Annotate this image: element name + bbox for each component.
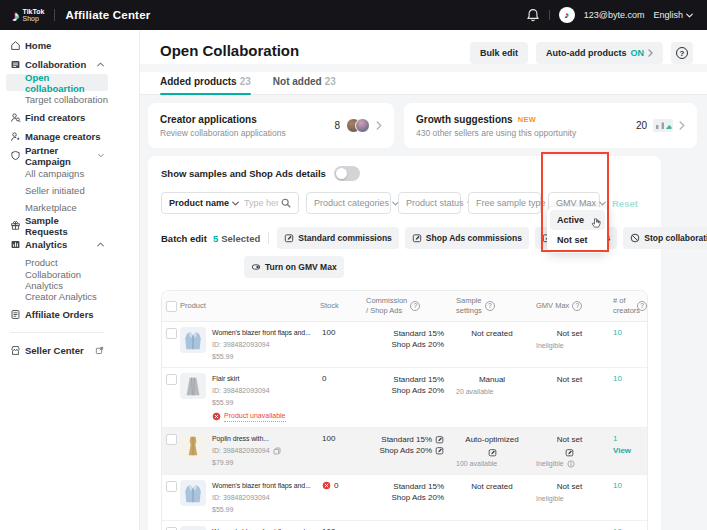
- product-name-input[interactable]: [244, 198, 278, 208]
- creator-applications-card[interactable]: Creator applications Review collaboratio…: [148, 103, 394, 148]
- tab-added-products[interactable]: Added products23: [160, 72, 251, 94]
- table-row-highlighted: Poplin dress with... ID: 398482093094 $7…: [162, 428, 647, 475]
- account-email[interactable]: 123@byte.com: [584, 10, 645, 20]
- creators-count-link[interactable]: 10: [613, 481, 622, 490]
- view-creators-link[interactable]: View: [613, 446, 637, 455]
- sidebar-item-manage-creators[interactable]: Manage creators: [6, 127, 108, 146]
- sidebar-item-marketplace[interactable]: Marketplace: [6, 199, 108, 216]
- sidebar-item-target-collaboration[interactable]: Target collaboration: [6, 91, 108, 108]
- home-icon: [10, 40, 21, 51]
- table-header: Product Stock Commission/ Shop Ads ? Sam…: [162, 291, 647, 322]
- sidebar-item-sample-requests[interactable]: Sample Requests: [6, 216, 108, 235]
- standard-commissions-button[interactable]: Standard commissions: [277, 227, 399, 249]
- logo-text-tiktok: TikTok: [23, 8, 45, 15]
- sidebar-item-collaboration-analytics[interactable]: Collaboration Analytics: [6, 271, 108, 288]
- sidebar-item-analytics[interactable]: Analytics: [6, 235, 108, 254]
- turn-on-gmv-max-button[interactable]: Turn on GMV Max: [244, 256, 344, 278]
- bulk-edit-button[interactable]: Bulk edit: [470, 42, 528, 64]
- growth-chart-icon: [653, 119, 673, 132]
- sidebar-item-label: Seller Center: [25, 345, 84, 356]
- edit-icon[interactable]: [488, 448, 497, 457]
- free-sample-type-select[interactable]: Free sample type: [468, 192, 541, 214]
- shield-icon: [10, 150, 21, 161]
- edit-icon[interactable]: [565, 448, 574, 457]
- card-title: Creator applications: [160, 114, 257, 125]
- header-gmv-max: GMV Max ?: [528, 301, 603, 311]
- topbar-divider: [549, 10, 550, 20]
- info-icon[interactable]: [567, 460, 575, 468]
- edit-icon[interactable]: [435, 446, 444, 455]
- sidebar-item-affiliate-orders[interactable]: Affiliate Orders: [6, 305, 108, 324]
- row-checkbox[interactable]: [166, 434, 177, 445]
- column-help-icon[interactable]: ?: [637, 301, 647, 311]
- language-label: English: [653, 10, 683, 20]
- growth-suggestions-card[interactable]: Growth suggestions NEW 430 other sellers…: [404, 103, 697, 148]
- row-checkbox[interactable]: [166, 481, 177, 492]
- sidebar-item-seller-center[interactable]: Seller Center: [6, 341, 108, 360]
- product-categories-select[interactable]: Product categories: [306, 192, 391, 214]
- sidebar-item-label: Home: [25, 40, 51, 51]
- language-selector[interactable]: English: [653, 10, 693, 20]
- creators-count-link[interactable]: 10: [613, 374, 622, 383]
- button-label: Stop collaboration: [644, 233, 707, 243]
- option-label: Active: [557, 215, 584, 225]
- shop-ads-commissions-button[interactable]: Shop Ads commissions: [405, 227, 529, 249]
- tab-count: 23: [240, 76, 251, 87]
- table-row: Women's blazer front flaps and... ID: 39…: [162, 475, 647, 521]
- creators-count-link[interactable]: 10: [613, 328, 622, 337]
- tab-not-added[interactable]: Not added23: [273, 72, 336, 94]
- button-label: Turn on GMV Max: [265, 262, 337, 272]
- gmv-max-dropdown-menu: Active Not set: [547, 207, 608, 253]
- sidebar-item-label: Target collaboration: [25, 94, 108, 105]
- sidebar-item-all-campaigns[interactable]: All campaigns: [6, 165, 108, 182]
- sidebar-item-open-collaboration[interactable]: Open collaboartion: [6, 74, 108, 91]
- auto-add-label: Auto-add products: [546, 48, 627, 58]
- row-checkbox[interactable]: [166, 328, 177, 339]
- reset-filters-link[interactable]: Reset: [612, 198, 638, 209]
- creators-count-link[interactable]: 1: [613, 434, 617, 443]
- sidebar-item-label: Find creators: [25, 112, 85, 123]
- sidebar-item-home[interactable]: Home: [6, 36, 108, 55]
- sidebar-item-label: Sample Requests: [25, 215, 104, 237]
- cursor-hand-icon: [590, 217, 602, 229]
- gmv-help-icon[interactable]: ?: [572, 301, 582, 311]
- auto-add-products-button[interactable]: Auto-add products ON: [536, 42, 663, 64]
- tiktok-logo-icon: ♪: [12, 7, 20, 24]
- header-extra: ?: [637, 301, 648, 311]
- sidebar: Home Collaboration Open collaboartion Ta…: [0, 30, 140, 530]
- product-id: ID: 398482093094: [212, 340, 270, 350]
- help-button[interactable]: ?: [671, 42, 693, 64]
- sidebar-item-creator-analytics[interactable]: Creator Analytics: [6, 288, 108, 305]
- button-label: Standard commissions: [298, 233, 392, 243]
- app-title: Affiliate Center: [65, 9, 150, 21]
- gmv-option-not-set[interactable]: Not set: [550, 230, 605, 250]
- error-circle-icon: [322, 481, 331, 490]
- row-checkbox[interactable]: [166, 374, 177, 385]
- standard-commission: Standard 15%: [393, 328, 444, 339]
- notification-bell-icon[interactable]: [526, 8, 540, 22]
- product-status-select[interactable]: Product status: [398, 192, 461, 214]
- sidebar-item-label: Collaboration Analytics: [25, 269, 108, 291]
- sidebar-item-partner-campaign[interactable]: Partner Campaign: [6, 146, 108, 165]
- commission-help-icon[interactable]: ?: [410, 301, 420, 311]
- account-avatar[interactable]: ♪: [559, 7, 575, 23]
- select-all-checkbox[interactable]: [166, 301, 177, 312]
- edit-icon[interactable]: [435, 435, 444, 444]
- sample-setting: Auto-optimized: [465, 434, 518, 445]
- show-details-toggle[interactable]: [334, 166, 360, 181]
- product-name-filter[interactable]: Product name: [161, 192, 299, 214]
- product-id: ID: 398482093094: [212, 493, 270, 503]
- find-creators-icon: [10, 112, 21, 123]
- header-creators: # ofcreators: [603, 296, 637, 316]
- gmv-eligibility: Ineligible: [536, 341, 564, 351]
- manage-creators-icon: [10, 131, 21, 142]
- table-row: Women's blazer front flaps and... ID: 39…: [162, 322, 647, 368]
- store-icon: [10, 345, 21, 356]
- stop-collaboration-button[interactable]: Stop collaboration: [623, 227, 707, 249]
- copy-icon[interactable]: [273, 447, 281, 455]
- sidebar-item-find-creators[interactable]: Find creators: [6, 108, 108, 127]
- gmv-option-active[interactable]: Active: [550, 210, 605, 230]
- sample-help-icon[interactable]: ?: [485, 301, 495, 311]
- sidebar-item-seller-initiated[interactable]: Seller initiated: [6, 182, 108, 199]
- sample-setting: Not created: [471, 328, 512, 339]
